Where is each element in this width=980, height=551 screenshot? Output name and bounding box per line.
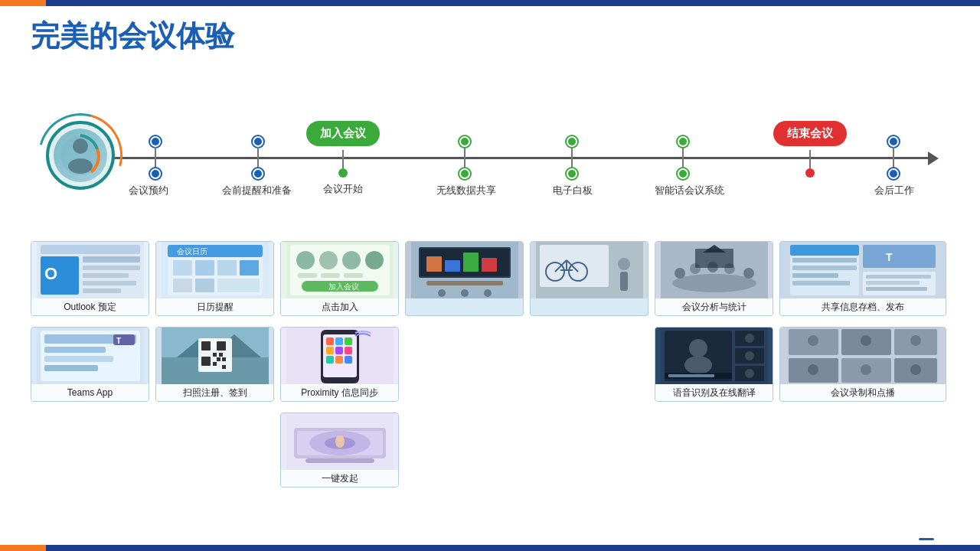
svg-rect-25	[195, 260, 214, 276]
svg-rect-4	[41, 245, 140, 254]
svg-rect-122	[668, 374, 714, 377]
svg-rect-43	[222, 357, 226, 361]
card-join: 加入会议 点击加入	[280, 241, 399, 316]
svg-point-88	[484, 289, 492, 297]
svg-point-98	[618, 258, 630, 270]
svg-rect-64	[335, 347, 343, 354]
bottom-bar	[0, 545, 980, 551]
svg-rect-76	[305, 458, 374, 463]
svg-rect-60	[326, 337, 334, 345]
svg-rect-44	[213, 362, 217, 366]
svg-point-51	[365, 251, 384, 269]
svg-rect-85	[426, 281, 503, 285]
top-bar-blue	[46, 0, 980, 6]
card-onekey: 一键发起	[280, 412, 399, 487]
svg-rect-54	[344, 273, 363, 278]
svg-point-49	[319, 251, 338, 269]
card-label-proximity: Proximity 信息同步	[281, 384, 398, 401]
svg-rect-131	[792, 273, 838, 278]
svg-rect-11	[83, 289, 121, 293]
timeline-line	[92, 157, 934, 159]
card-thumb-teamsapp: T	[31, 328, 149, 384]
card-thumb-qrscan	[156, 328, 273, 384]
card-analysis: 会议分析与统计	[655, 241, 773, 316]
card-whiteboard	[530, 241, 648, 316]
card-recording: 会议录制和点播	[779, 327, 946, 402]
svg-rect-109	[695, 249, 733, 268]
svg-rect-82	[445, 260, 460, 272]
card-outlook: O Outlook 预定	[31, 241, 149, 316]
timeline: 会议预约 会前提醒和准备 加入会议 会议开始 无线数据共享 电子白板 智能话会议…	[31, 84, 949, 237]
svg-rect-66	[326, 356, 334, 364]
svg-rect-127	[863, 245, 936, 268]
svg-text:T: T	[116, 337, 121, 345]
svg-point-102	[672, 274, 756, 292]
cards-area: O Outlook 预定 T Teams App	[31, 241, 949, 537]
svg-point-119	[745, 351, 754, 360]
svg-rect-41	[219, 353, 223, 357]
svg-rect-130	[792, 266, 857, 270]
svg-rect-53	[321, 273, 340, 278]
card-qrscan: 扫照注册、签到	[155, 327, 274, 402]
card-thumb-onekey	[281, 413, 398, 470]
svg-point-145	[808, 335, 818, 346]
timeline-arrow	[928, 152, 939, 165]
card-thumb-recording	[780, 328, 946, 384]
svg-rect-65	[345, 347, 352, 354]
svg-rect-38	[217, 341, 226, 350]
svg-rect-16	[44, 356, 113, 362]
card-label-onekey: 一键发起	[281, 470, 398, 487]
svg-point-146	[861, 335, 871, 346]
svg-text:T: T	[886, 251, 893, 263]
svg-rect-42	[217, 357, 220, 361]
svg-rect-67	[335, 356, 343, 364]
svg-rect-84	[482, 258, 497, 272]
card-thumb-join: 加入会议	[281, 242, 398, 298]
card-label-calendar: 日历提醒	[156, 298, 273, 315]
card-thumb-speech	[655, 328, 773, 384]
svg-rect-40	[213, 353, 217, 357]
card-thumb-wireless	[406, 242, 523, 298]
svg-rect-68	[345, 356, 352, 364]
svg-point-150	[910, 364, 921, 375]
card-thumb-analysis	[655, 242, 773, 298]
card-label-analysis: 会议分析与统计	[655, 298, 773, 315]
svg-rect-26	[217, 260, 237, 276]
svg-rect-7	[83, 256, 140, 262]
svg-rect-62	[345, 337, 352, 345]
card-thumb-share: T	[780, 242, 946, 298]
svg-point-103	[675, 268, 685, 279]
card-label-join: 点击加入	[281, 298, 398, 315]
card-speech: 语音识别及在线翻译	[655, 327, 773, 402]
svg-rect-99	[620, 272, 628, 291]
svg-text:会议日历: 会议日历	[177, 247, 207, 256]
card-label-teamsapp: Teams App	[31, 384, 149, 401]
svg-point-50	[342, 251, 361, 269]
svg-point-107	[743, 268, 754, 279]
svg-rect-81	[426, 256, 442, 272]
svg-rect-45	[222, 365, 226, 369]
svg-rect-8	[83, 266, 140, 270]
card-label-qrscan: 扫照注册、签到	[156, 384, 273, 401]
svg-point-86	[438, 289, 446, 297]
svg-point-113	[689, 339, 707, 357]
card-teamsapp: T Teams App	[31, 327, 149, 402]
card-label-share: 共享信息存档、发布	[780, 298, 946, 315]
svg-point-118	[745, 334, 754, 343]
svg-point-147	[910, 335, 921, 346]
svg-point-114	[684, 356, 712, 374]
svg-rect-39	[201, 357, 211, 366]
card-label-recording: 会议录制和点播	[780, 384, 946, 401]
svg-point-48	[296, 251, 315, 269]
card-label-outlook: Outlook 预定	[31, 298, 149, 315]
svg-rect-75	[337, 435, 343, 442]
svg-point-87	[461, 289, 469, 297]
svg-rect-10	[83, 281, 136, 285]
svg-rect-29	[195, 279, 214, 292]
svg-rect-61	[335, 337, 343, 345]
svg-rect-37	[201, 341, 211, 350]
svg-rect-136	[866, 287, 927, 291]
card-label-speech: 语音识别及在线翻译	[655, 384, 773, 401]
card-thumb-proximity	[281, 328, 398, 384]
svg-rect-52	[298, 273, 317, 278]
